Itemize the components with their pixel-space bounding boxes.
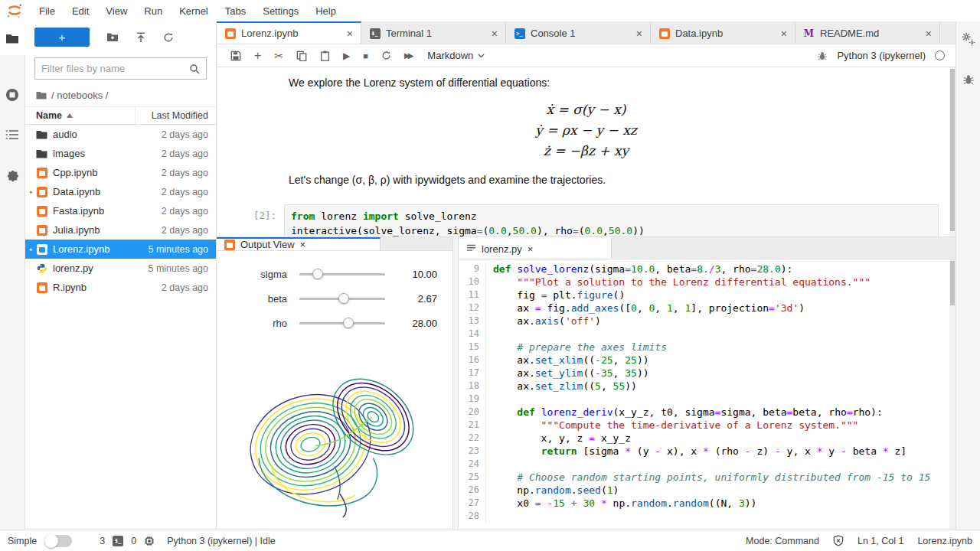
- slider-handle[interactable]: [312, 269, 323, 279]
- close-icon[interactable]: ×: [924, 28, 933, 40]
- slider-handle[interactable]: [338, 293, 349, 304]
- tab-readme-md[interactable]: MREADME.md×: [795, 21, 940, 44]
- editor-line[interactable]: 10 """Plot a solution to the Lorenz diff…: [459, 276, 956, 289]
- markdown-cell-intro[interactable]: We explore the Lorenz system of differen…: [217, 67, 956, 89]
- editor-line[interactable]: 19: [459, 393, 956, 406]
- editor-line[interactable]: 24: [459, 458, 956, 471]
- menu-help[interactable]: Help: [307, 5, 345, 17]
- editor-line[interactable]: 17 ax.set_ylim((-35, 35)): [459, 367, 956, 380]
- split-handle[interactable]: [452, 237, 459, 530]
- menu-tabs[interactable]: Tabs: [217, 5, 254, 17]
- file-row[interactable]: Julia.ipynb2 days ago: [25, 220, 216, 240]
- property-inspector-icon[interactable]: [962, 32, 975, 46]
- editor-line[interactable]: 27 x0 = -15 + 30 * np.random.random((N, …: [459, 497, 956, 510]
- kernel-status-text[interactable]: Python 3 (ipykernel) | Idle: [167, 536, 276, 546]
- file-row[interactable]: ●Data.ipynb2 days ago: [25, 182, 216, 201]
- simple-mode-toggle[interactable]: [44, 535, 72, 547]
- refresh-icon[interactable]: [163, 32, 174, 43]
- save-icon[interactable]: [230, 51, 241, 61]
- command-mode-indicator[interactable]: Mode: Command: [746, 536, 819, 546]
- cut-icon[interactable]: ✂: [274, 50, 283, 62]
- editor-line[interactable]: 18 ax.set_zlim((5, 55)): [459, 380, 956, 393]
- file-row[interactable]: R.ipynb2 days ago: [25, 278, 216, 297]
- editor-line[interactable]: 23 return [sigma * (y - x), x * (rho - z…: [459, 445, 956, 458]
- paste-icon[interactable]: [320, 51, 330, 61]
- close-icon[interactable]: ×: [345, 28, 354, 40]
- add-cell-icon[interactable]: +: [254, 49, 261, 63]
- upload-icon[interactable]: [136, 32, 146, 43]
- sort-by-name[interactable]: Name: [25, 107, 136, 124]
- running-sessions-tab[interactable]: [0, 78, 25, 112]
- stop-icon[interactable]: ■: [363, 51, 368, 60]
- tab-terminal-1[interactable]: $_Terminal 1×: [361, 21, 506, 44]
- debugger-bug-icon[interactable]: [817, 51, 828, 61]
- cell-editor[interactable]: from lorenz import solve_lorenzinteracti…: [284, 204, 939, 237]
- tab-data-ipynb[interactable]: Data.ipynb×: [651, 21, 795, 44]
- filter-files-input[interactable]: [41, 63, 189, 74]
- file-row[interactable]: audio2 days ago: [25, 125, 216, 144]
- table-of-contents-tab[interactable]: [0, 118, 25, 152]
- editor-line[interactable]: 13 ax.axis('off'): [459, 315, 956, 328]
- kernel-status-icon[interactable]: [935, 51, 945, 60]
- file-row[interactable]: ●Lorenz.ipynb5 minutes ago: [25, 240, 216, 259]
- cursor-position[interactable]: Ln 1, Col 1: [858, 536, 903, 546]
- notebook-panel[interactable]: We explore the Lorenz system of differen…: [217, 67, 956, 237]
- editor-scrollbar[interactable]: [949, 259, 956, 530]
- close-icon[interactable]: ×: [635, 28, 644, 40]
- editor-line[interactable]: 14: [459, 328, 956, 341]
- restart-kernel-icon[interactable]: [381, 51, 391, 60]
- terminal-count[interactable]: 3: [100, 536, 105, 546]
- code-editor[interactable]: 9def solve_lorenz(sigma=10.0, beta=8./3,…: [459, 259, 956, 530]
- editor-line[interactable]: 26 np.random.seed(1): [459, 484, 956, 497]
- menu-edit[interactable]: Edit: [64, 5, 97, 17]
- cell-type-dropdown[interactable]: Markdown: [427, 50, 485, 61]
- editor-tab[interactable]: lorenz.py ×: [459, 237, 612, 259]
- menu-file[interactable]: File: [31, 5, 64, 17]
- editor-line[interactable]: 20 def lorenz_deriv(x_y_z, t0, sigma=sig…: [459, 406, 956, 419]
- markdown-cell-outro[interactable]: Let's change (σ, β, ρ) with ipywidgets a…: [217, 161, 956, 186]
- code-cell[interactable]: [2]: from lorenz import solve_lorenzinte…: [217, 204, 956, 237]
- extension-manager-tab[interactable]: [0, 159, 25, 193]
- editor-line[interactable]: 28: [459, 510, 956, 523]
- file-row[interactable]: lorenz.py5 minutes ago: [25, 259, 216, 278]
- editor-line[interactable]: 16 ax.set_xlim((-25, 25)): [459, 354, 956, 367]
- breadcrumb[interactable]: / notebooks /: [25, 86, 216, 106]
- filter-files-box[interactable]: [34, 57, 207, 80]
- tab-console-1[interactable]: >_Console 1×: [506, 21, 651, 44]
- output-view-tab[interactable]: Output View ×: [217, 237, 381, 250]
- shield-icon[interactable]: [833, 535, 844, 546]
- menu-run[interactable]: Run: [136, 5, 171, 17]
- kernel-count[interactable]: 0: [131, 536, 136, 546]
- run-icon[interactable]: ▶: [343, 51, 350, 61]
- editor-line[interactable]: 15 # prepare the axes limits: [459, 341, 956, 354]
- slider-track[interactable]: [299, 269, 385, 279]
- file-browser-tab[interactable]: [0, 21, 25, 55]
- tab-lorenz-ipynb[interactable]: Lorenz.ipynb×: [217, 21, 361, 44]
- sort-by-modified[interactable]: Last Modified: [136, 110, 216, 121]
- file-row[interactable]: Cpp.ipynb2 days ago: [25, 163, 216, 182]
- editor-line[interactable]: 11 fig = plt.figure(): [459, 289, 956, 302]
- close-icon[interactable]: ×: [490, 28, 499, 40]
- notebook-scrollbar[interactable]: [949, 67, 956, 236]
- close-icon[interactable]: ×: [779, 28, 789, 40]
- menu-kernel[interactable]: Kernel: [171, 5, 217, 17]
- menu-view[interactable]: View: [97, 5, 136, 17]
- close-icon[interactable]: ×: [528, 243, 534, 255]
- copy-icon[interactable]: [296, 51, 307, 61]
- slider-track[interactable]: [299, 293, 385, 304]
- slider-track[interactable]: [299, 318, 385, 328]
- editor-line[interactable]: 12 ax = fig.add_axes([0, 0, 1, 1], proje…: [459, 302, 956, 315]
- editor-line[interactable]: 22 x, y, z = x_y_z: [459, 432, 956, 445]
- menu-settings[interactable]: Settings: [254, 5, 307, 17]
- new-folder-icon[interactable]: [106, 32, 119, 42]
- run-all-icon[interactable]: ▶▶: [404, 51, 411, 60]
- file-row[interactable]: images2 days ago: [25, 144, 216, 163]
- editor-line[interactable]: 9def solve_lorenz(sigma=10.0, beta=8./3,…: [459, 262, 956, 276]
- kernel-name[interactable]: Python 3 (ipykernel): [837, 50, 926, 61]
- slider-handle[interactable]: [343, 318, 354, 328]
- file-row[interactable]: Fasta.ipynb2 days ago: [25, 201, 216, 220]
- new-launcher-button[interactable]: +: [34, 28, 90, 47]
- close-icon[interactable]: ×: [300, 239, 306, 250]
- editor-line[interactable]: 25 # Choose random starting points, unif…: [459, 471, 956, 484]
- debugger-sidebar-bug-icon[interactable]: [962, 73, 975, 86]
